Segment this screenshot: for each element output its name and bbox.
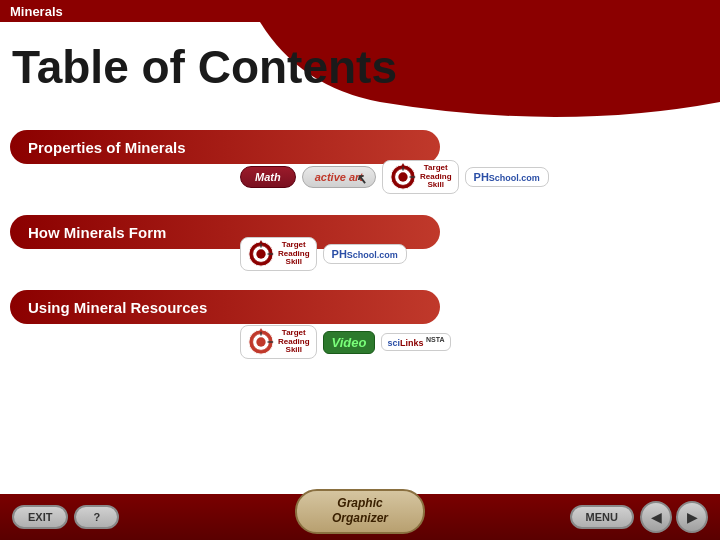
video-button[interactable]: Video (323, 331, 376, 354)
target-icon-2 (247, 240, 275, 268)
main-content: Table of Contents Properties of Minerals… (0, 22, 720, 540)
graphic-organizer-bot: Organizer (315, 511, 405, 527)
svg-point-2 (398, 172, 407, 181)
target-text-2: TargetReadingSkill (278, 241, 310, 267)
cursor-icon: ↖ (355, 171, 367, 187)
target-reading-skill-button-2[interactable]: TargetReadingSkill (240, 237, 317, 271)
section-2-label: How Minerals Form (28, 224, 166, 241)
section-bar-1[interactable]: Properties of Minerals (10, 130, 440, 164)
target-icon (389, 163, 417, 191)
section-3-label: Using Mineral Resources (28, 299, 207, 316)
target-reading-skill-button-1[interactable]: TargetReadingSkill (382, 160, 459, 194)
links-text: Links (400, 338, 424, 348)
section-1-label: Properties of Minerals (28, 139, 186, 156)
graphic-organizer-top: Graphic (315, 496, 405, 512)
svg-point-14 (256, 337, 265, 346)
menu-button[interactable]: MENU (570, 505, 634, 529)
nsta-text: NSTA (426, 336, 445, 343)
target-text-3: TargetReadingSkill (278, 329, 310, 355)
phschool-button-1[interactable]: PHSchool.com (465, 167, 549, 187)
target-reading-skill-button-3[interactable]: TargetReadingSkill (240, 325, 317, 359)
resource-row-2: TargetReadingSkill PHSchool.com (240, 237, 407, 271)
target-icon-3 (247, 328, 275, 356)
subject-label: Minerals (10, 4, 63, 19)
graphic-organizer-button[interactable]: Graphic Organizer (295, 489, 425, 534)
resource-row-3: TargetReadingSkill Video sciLinks NSTA (240, 325, 451, 359)
prev-arrow[interactable]: ◀ (640, 501, 672, 533)
help-button[interactable]: ? (74, 505, 119, 529)
page-title: Table of Contents (12, 40, 397, 94)
sci-text: sci (387, 338, 400, 348)
nav-arrows: ◀ ▶ (640, 501, 708, 533)
next-arrow[interactable]: ▶ (676, 501, 708, 533)
top-bar: Minerals (0, 0, 720, 22)
active-art-button[interactable]: active art ↖ (302, 166, 376, 188)
bottom-bar: EXIT ? Graphic Organizer MENU ◀ ▶ (0, 494, 720, 540)
section-bar-3[interactable]: Using Mineral Resources (10, 290, 440, 324)
math-button[interactable]: Math (240, 166, 296, 188)
school-text: School.com (489, 173, 540, 183)
resource-row-1: Math active art ↖ TargetReadingSkill PHS… (240, 160, 549, 194)
bottom-left-controls: EXIT ? (12, 505, 119, 529)
exit-button[interactable]: EXIT (12, 505, 68, 529)
ph-text: PH (474, 171, 489, 183)
phschool-button-2[interactable]: PHSchool.com (323, 244, 407, 264)
svg-point-8 (256, 249, 265, 258)
bottom-right-controls: MENU ◀ ▶ (570, 501, 708, 533)
target-text-1: TargetReadingSkill (420, 164, 452, 190)
scilinks-button[interactable]: sciLinks NSTA (381, 333, 450, 351)
